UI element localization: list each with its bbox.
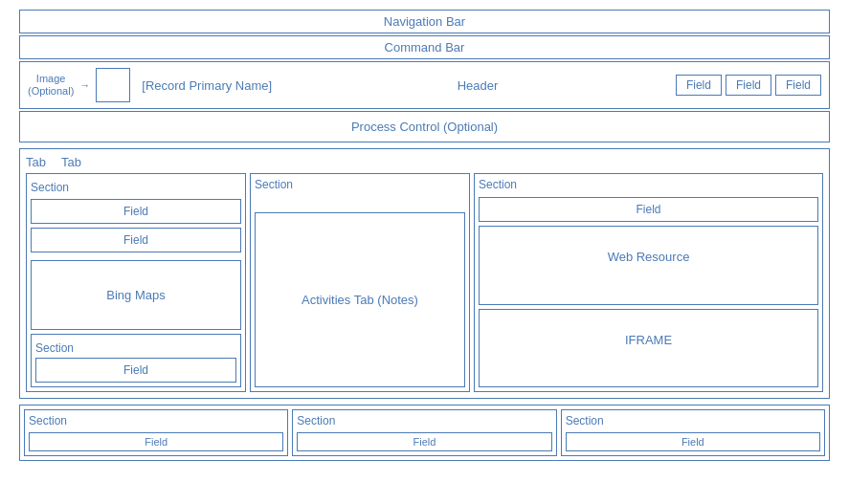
header-row: Image (Optional) → [Record Primary Name]…: [19, 61, 830, 109]
bottom-field-1[interactable]: Field: [29, 432, 283, 451]
image-placeholder: [96, 68, 130, 102]
iframe: IFRAME: [479, 309, 818, 388]
image-label-col: Image (Optional): [28, 73, 74, 98]
tabs-row: Tab Tab: [26, 155, 823, 169]
bottom-field-2[interactable]: Field: [297, 432, 551, 451]
navigation-bar: Navigation Bar: [19, 10, 830, 33]
header-label: Header: [287, 78, 668, 93]
bottom-section-label-1: Section: [29, 414, 283, 427]
header-field-3[interactable]: Field: [775, 75, 821, 96]
header-field-1[interactable]: Field: [676, 75, 722, 96]
left-section-header: Section: [31, 178, 241, 195]
tab-1[interactable]: Tab: [26, 155, 46, 169]
bottom-col-2: Section Field: [292, 409, 556, 456]
bottom-col-1: Section Field: [24, 409, 288, 456]
header-fields: Field Field Field: [676, 75, 821, 96]
mid-section-label: Section: [255, 178, 465, 191]
activities-tab: Activities Tab (Notes): [255, 212, 465, 387]
columns-row: Section Field Field Bing Maps Section Fi…: [26, 173, 823, 392]
command-bar: Command Bar: [19, 35, 830, 59]
web-resource: Web Resource: [479, 226, 818, 305]
image-label: Image: [36, 73, 66, 85]
bottom-section-label-3: Section: [566, 414, 820, 427]
bottom-field-3[interactable]: Field: [566, 432, 820, 451]
left-bottom-section-label: Section: [35, 341, 74, 355]
mid-column: Section Activities Tab (Notes): [250, 173, 470, 392]
main-content-area: Tab Tab Section Field Field Bing Maps: [19, 148, 830, 399]
image-optional-label: (Optional): [28, 85, 74, 98]
arrow-icon: →: [79, 79, 90, 91]
left-section-label: Section: [31, 181, 69, 194]
header-field-2[interactable]: Field: [726, 75, 771, 96]
process-control: Process Control (Optional): [19, 111, 830, 142]
tab-2[interactable]: Tab: [61, 155, 81, 169]
left-field-2[interactable]: Field: [31, 228, 241, 252]
left-bottom-section: Section Field: [31, 334, 241, 387]
right-column: Section Field Web Resource IFRAME: [474, 173, 823, 392]
right-section-label: Section: [479, 178, 818, 191]
bottom-col-3: Section Field: [561, 409, 825, 456]
image-optional-group: Image (Optional) →: [28, 68, 130, 102]
page-wrapper: Navigation Bar Command Bar Image (Option…: [0, 0, 849, 471]
left-bottom-field[interactable]: Field: [35, 358, 236, 383]
bottom-section-label-2: Section: [297, 414, 551, 427]
left-field-1[interactable]: Field: [31, 199, 241, 224]
right-field-1[interactable]: Field: [479, 197, 818, 222]
bing-maps: Bing Maps: [31, 260, 241, 330]
bottom-sections-row: Section Field Section Field Section Fiel…: [19, 405, 830, 461]
left-column: Section Field Field Bing Maps Section Fi…: [26, 173, 246, 392]
record-primary-name: [Record Primary Name]: [142, 78, 272, 93]
